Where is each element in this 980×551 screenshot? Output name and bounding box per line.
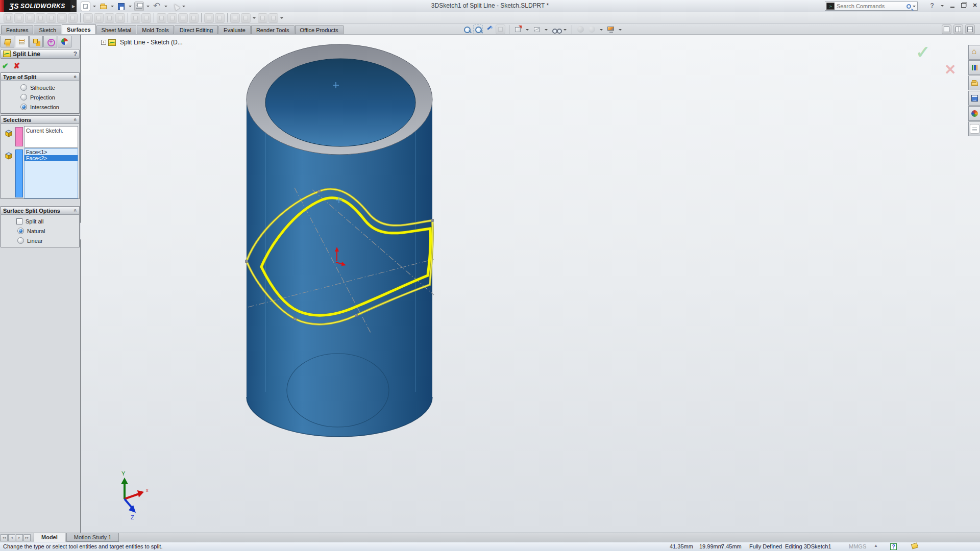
pm-help-button[interactable]: ? xyxy=(74,51,77,58)
face-list-item[interactable]: Face<2> xyxy=(24,155,78,161)
extend-surface-icon[interactable] xyxy=(141,13,151,23)
face-list-item[interactable]: Face<1> xyxy=(24,149,78,155)
radio-button[interactable] xyxy=(20,104,27,110)
split-line-icon[interactable] xyxy=(241,13,251,23)
revolved-surface-icon[interactable] xyxy=(14,13,24,23)
radio-button[interactable] xyxy=(17,237,24,244)
tab-evaluate[interactable]: Evaluate xyxy=(218,26,251,34)
tab-model[interactable]: Model xyxy=(34,533,65,542)
dropdown-arrow-icon[interactable] xyxy=(129,6,132,9)
fillet-icon[interactable] xyxy=(230,13,240,23)
new-icon[interactable] xyxy=(81,2,90,11)
print-icon[interactable] xyxy=(134,2,144,11)
units-caret-icon[interactable]: ▲ xyxy=(874,543,878,548)
tab-office-products[interactable]: Office Products xyxy=(295,26,344,34)
magnified-selection-icon[interactable] xyxy=(484,24,494,34)
boundary-surface-icon[interactable] xyxy=(46,13,56,23)
extruded-surface-icon[interactable] xyxy=(4,13,13,23)
taskpane-file-explorer-button[interactable] xyxy=(968,76,980,90)
single-view-icon[interactable] xyxy=(942,24,951,34)
split-two-icon[interactable] xyxy=(953,24,963,34)
taskpane-appearances-button[interactable] xyxy=(968,106,980,121)
next-tab-button[interactable]: ▸ xyxy=(16,534,23,541)
radio-option-intersection[interactable]: Intersection xyxy=(20,104,79,110)
search-input[interactable] xyxy=(837,3,906,9)
search-scope-icon[interactable]: > xyxy=(826,3,835,10)
offset-surface-icon[interactable] xyxy=(94,13,104,23)
dropdown-arrow-icon[interactable] xyxy=(545,29,548,32)
cut-with-surface-icon[interactable] xyxy=(215,13,225,23)
taskpane-solidworks-resources-button[interactable] xyxy=(968,45,980,60)
split-four-icon[interactable] xyxy=(965,24,975,34)
expand-tree-icon[interactable]: + xyxy=(101,40,106,45)
radio-button[interactable] xyxy=(20,94,27,101)
dropdown-arrow-icon[interactable] xyxy=(111,6,114,9)
tab-features[interactable]: Features xyxy=(1,26,33,34)
close-button[interactable] xyxy=(971,2,979,9)
undo-icon[interactable] xyxy=(152,2,162,11)
panel-tab-property-manager[interactable] xyxy=(15,36,29,47)
radio-button[interactable] xyxy=(20,84,27,91)
collapse-chevron-icon[interactable]: « xyxy=(73,209,79,212)
freeform-icon[interactable] xyxy=(68,13,78,23)
tab-sketch[interactable]: Sketch xyxy=(34,26,61,34)
dropdown-arrow-icon[interactable] xyxy=(182,6,185,9)
first-tab-button[interactable]: ◂◂ xyxy=(1,534,8,541)
panel-tab-configurations[interactable] xyxy=(29,36,43,47)
dropdown-arrow-icon[interactable] xyxy=(600,29,603,32)
delete-face-icon[interactable] xyxy=(115,13,125,23)
tab-surfaces[interactable]: Surfaces xyxy=(62,24,95,34)
knit-surface-icon[interactable] xyxy=(178,13,188,23)
confirm-ok-icon[interactable]: ✓ xyxy=(916,42,930,62)
panel-tab-feature-tree[interactable] xyxy=(1,36,14,47)
planar-surface-icon[interactable] xyxy=(83,13,93,23)
dropdown-arrow-icon[interactable] xyxy=(164,6,167,9)
viewport-background[interactable] xyxy=(81,35,980,533)
taskpane-design-library-button[interactable] xyxy=(968,60,980,75)
curves-icon[interactable] xyxy=(268,13,278,23)
dropdown-arrow-icon[interactable] xyxy=(526,29,529,32)
panel-tab-display-manager[interactable] xyxy=(58,36,71,47)
units-selector[interactable]: MMGS xyxy=(849,543,866,549)
help-dropdown-icon[interactable] xyxy=(941,5,944,8)
collapse-chevron-icon[interactable]: « xyxy=(73,76,79,79)
collapse-chevron-icon[interactable]: « xyxy=(73,118,79,121)
dropdown-arrow-icon[interactable] xyxy=(146,6,150,9)
sketch-selection-box[interactable]: Current Sketch. xyxy=(24,126,78,147)
radio-button[interactable] xyxy=(17,228,24,234)
search-dropdown-icon[interactable] xyxy=(913,6,916,9)
lofted-surface-icon[interactable] xyxy=(36,13,45,23)
tab-render-tools[interactable]: Render Tools xyxy=(251,26,295,34)
apply-scene-icon[interactable] xyxy=(576,24,585,34)
search-commands-box[interactable]: > xyxy=(825,2,918,11)
confirm-cancel-icon[interactable]: ✕ xyxy=(944,61,956,78)
zoom-fit-icon[interactable] xyxy=(462,24,472,34)
split-all-checkbox[interactable] xyxy=(16,218,22,224)
graphics-viewport[interactable]: Y x Z + Split Line - Sketch (D... ✓ ✕ xyxy=(81,35,980,533)
minimize-button[interactable] xyxy=(948,2,957,9)
radio-option-silhouette[interactable]: Silhouette xyxy=(20,84,79,91)
status-tag-icon[interactable] xyxy=(911,542,919,549)
dropdown-arrow-icon[interactable] xyxy=(280,17,283,20)
search-icon[interactable] xyxy=(906,4,911,9)
model-canvas[interactable]: Y x Z xyxy=(81,35,980,533)
thickened-cut-icon[interactable] xyxy=(204,13,214,23)
reference-geometry-icon[interactable] xyxy=(258,13,267,23)
edit-appearance-icon[interactable] xyxy=(587,24,597,34)
dropdown-arrow-icon[interactable] xyxy=(564,29,567,32)
last-tab-button[interactable]: ▸▸ xyxy=(23,534,31,541)
display-style-icon[interactable] xyxy=(532,24,542,34)
view-settings-icon[interactable] xyxy=(606,24,616,34)
tab-mold-tools[interactable]: Mold Tools xyxy=(137,26,174,34)
prev-tab-button[interactable]: ◂ xyxy=(8,534,15,541)
section-view-icon[interactable] xyxy=(496,24,505,34)
filled-surface-icon[interactable] xyxy=(57,13,67,23)
view-orientation-icon[interactable] xyxy=(513,24,523,34)
radio-option-natural[interactable]: Natural xyxy=(17,228,79,234)
status-help-icon[interactable]: ? xyxy=(890,543,897,550)
untrim-surface-icon[interactable] xyxy=(167,13,177,23)
cancel-button[interactable]: ✘ xyxy=(14,61,20,70)
taskpane-custom-properties-button[interactable] xyxy=(968,121,980,136)
tab-motion-study-1[interactable]: Motion Study 1 xyxy=(66,533,119,542)
zoom-to-area-icon[interactable] xyxy=(473,24,483,34)
